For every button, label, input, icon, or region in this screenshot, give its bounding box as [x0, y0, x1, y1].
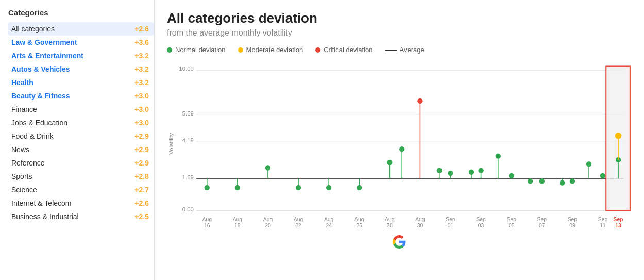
- svg-text:05: 05: [509, 223, 515, 228]
- svg-point-52: [296, 185, 301, 190]
- svg-text:Aug: Aug: [385, 217, 395, 222]
- svg-point-46: [205, 185, 210, 190]
- svg-point-82: [570, 178, 575, 184]
- svg-text:22: 22: [295, 223, 301, 228]
- svg-point-48: [235, 185, 240, 190]
- svg-text:0.00: 0.00: [182, 206, 194, 212]
- svg-point-70: [478, 168, 483, 173]
- sidebar-item-food-drink[interactable]: Food & Drink+2.9: [8, 129, 154, 143]
- svg-text:07: 07: [539, 223, 545, 228]
- svg-text:Aug: Aug: [263, 217, 273, 222]
- svg-text:28: 28: [387, 223, 393, 228]
- cat-value-news: +2.9: [134, 145, 149, 154]
- svg-point-86: [600, 173, 605, 178]
- sidebar-item-health[interactable]: Health+3.2: [8, 76, 154, 89]
- sidebar-title: Categories: [8, 8, 154, 17]
- svg-point-64: [437, 168, 442, 173]
- svg-point-56: [357, 185, 362, 190]
- legend-critical: Critical deviation: [315, 46, 372, 54]
- svg-text:5.69: 5.69: [182, 110, 194, 117]
- svg-point-76: [528, 178, 533, 184]
- svg-point-84: [586, 161, 591, 167]
- svg-text:26: 26: [356, 223, 362, 228]
- cat-name-science: Science: [11, 186, 37, 194]
- cat-name-law-government: Law & Government: [11, 38, 77, 46]
- sidebar-item-law-government[interactable]: Law & Government+3.6: [8, 36, 154, 49]
- sidebar-item-sports[interactable]: Sports+2.8: [8, 170, 154, 183]
- google-icon: [393, 235, 406, 249]
- cat-value-finance: +3.0: [134, 105, 149, 113]
- legend-moderate: Moderate deviation: [238, 46, 303, 54]
- svg-text:Sep: Sep: [614, 217, 623, 222]
- cat-value-jobs-education: +3.0: [134, 119, 149, 127]
- cat-name-sports: Sports: [11, 172, 32, 180]
- svg-text:24: 24: [326, 223, 332, 228]
- svg-point-60: [399, 146, 404, 152]
- sidebar-item-autos-vehicles[interactable]: Autos & Vehicles+3.2: [8, 62, 154, 76]
- sidebar-item-business-industrial[interactable]: Business & Industrial+2.5: [8, 210, 154, 223]
- chart-title: All categories deviation: [167, 10, 632, 26]
- legend-normal: Normal deviation: [167, 46, 226, 54]
- average-line-icon: [385, 50, 397, 51]
- chart-legend: Normal deviation Moderate deviation Crit…: [167, 46, 632, 54]
- svg-text:1.69: 1.69: [182, 174, 194, 180]
- svg-text:20: 20: [265, 223, 271, 228]
- svg-text:10.00: 10.00: [179, 65, 194, 72]
- svg-text:Sep: Sep: [476, 217, 486, 222]
- svg-text:11: 11: [600, 223, 606, 228]
- svg-text:03: 03: [478, 223, 484, 228]
- svg-text:Sep: Sep: [568, 217, 578, 222]
- moderate-dot: [238, 47, 243, 53]
- sidebar-item-finance[interactable]: Finance+3.0: [8, 103, 154, 116]
- cat-name-reference: Reference: [11, 159, 45, 167]
- svg-point-68: [469, 170, 474, 175]
- legend-average: Average: [385, 46, 425, 54]
- sidebar-item-science[interactable]: Science+2.7: [8, 183, 154, 196]
- svg-text:13: 13: [615, 223, 621, 228]
- cat-value-law-government: +3.6: [134, 38, 149, 46]
- normal-dot: [167, 47, 172, 53]
- svg-text:30: 30: [417, 223, 423, 228]
- main-content: All categories deviation from the averag…: [155, 0, 644, 280]
- svg-point-80: [560, 180, 565, 185]
- svg-point-50: [265, 165, 270, 170]
- sidebar-item-reference[interactable]: Reference+2.9: [8, 156, 154, 170]
- sidebar-item-internet-telecom[interactable]: Internet & Telecom+2.6: [8, 196, 154, 210]
- svg-text:Aug: Aug: [354, 217, 364, 222]
- cat-value-science: +2.7: [134, 186, 149, 194]
- svg-rect-0: [196, 66, 623, 210]
- cat-name-finance: Finance: [11, 105, 37, 113]
- svg-text:18: 18: [234, 223, 241, 228]
- cat-name-beauty-fitness: Beauty & Fitness: [11, 92, 70, 100]
- sidebar-item-all-categories[interactable]: All categories+2.6: [8, 22, 154, 36]
- svg-point-90: [615, 133, 621, 139]
- critical-dot: [315, 47, 320, 53]
- cat-name-all-categories: All categories: [11, 25, 55, 33]
- cat-name-jobs-education: Jobs & Education: [11, 119, 67, 127]
- cat-name-arts-entertainment: Arts & Entertainment: [11, 52, 83, 60]
- svg-text:Aug: Aug: [202, 217, 212, 222]
- sidebar-item-jobs-education[interactable]: Jobs & Education+3.0: [8, 116, 154, 129]
- svg-point-66: [448, 171, 453, 176]
- svg-point-74: [509, 173, 514, 178]
- category-list: All categories+2.6Law & Government+3.6Ar…: [8, 22, 154, 223]
- sidebar: Categories All categories+2.6Law & Gover…: [0, 0, 155, 280]
- cat-name-business-industrial: Business & Industrial: [11, 212, 79, 221]
- chart-area: 10.00 5.69 4.19 1.69 0.00 Volatility Aug…: [167, 59, 632, 270]
- cat-value-autos-vehicles: +3.2: [134, 65, 149, 73]
- sidebar-item-arts-entertainment[interactable]: Arts & Entertainment+3.2: [8, 49, 154, 62]
- cat-value-health: +3.2: [134, 78, 149, 87]
- cat-value-business-industrial: +2.5: [134, 212, 149, 221]
- svg-text:Sep: Sep: [446, 217, 455, 222]
- cat-name-health: Health: [11, 78, 33, 87]
- svg-text:16: 16: [204, 223, 210, 228]
- svg-text:01: 01: [448, 223, 454, 228]
- svg-point-72: [496, 153, 501, 158]
- svg-text:09: 09: [569, 223, 575, 228]
- svg-point-62: [417, 98, 422, 104]
- cat-value-arts-entertainment: +3.2: [134, 52, 149, 60]
- svg-text:Sep: Sep: [537, 217, 547, 222]
- sidebar-item-news[interactable]: News+2.9: [8, 143, 154, 156]
- chart-svg: 10.00 5.69 4.19 1.69 0.00 Volatility Aug…: [167, 59, 632, 234]
- sidebar-item-beauty-fitness[interactable]: Beauty & Fitness+3.0: [8, 89, 154, 103]
